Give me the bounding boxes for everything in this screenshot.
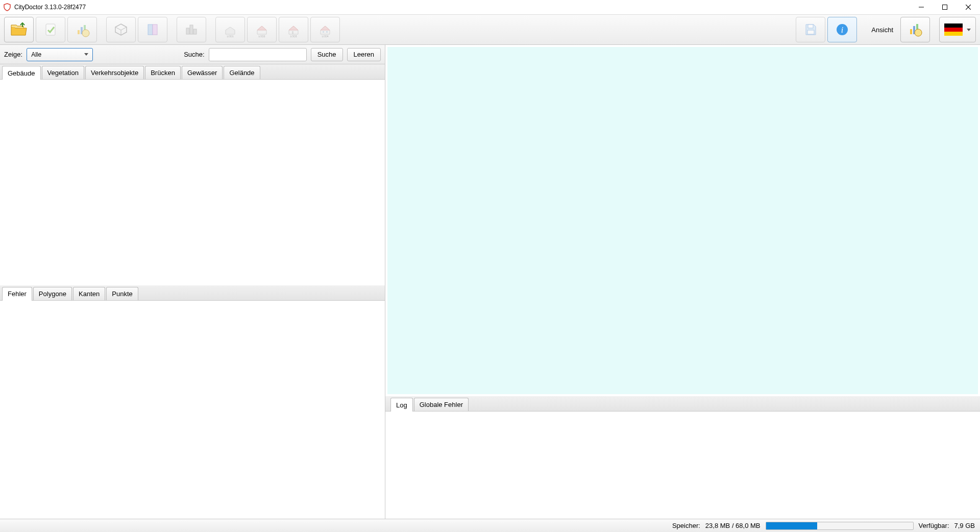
titlebar: CityDoctor 3.13.0-28f2477 bbox=[0, 0, 980, 14]
svg-rect-5 bbox=[78, 30, 80, 34]
chart-report-button[interactable] bbox=[67, 17, 97, 42]
tab-gebaeude[interactable]: Gebäude bbox=[2, 66, 41, 80]
svg-rect-4 bbox=[46, 24, 55, 35]
available-value: 7,9 GB bbox=[954, 522, 975, 529]
tab-log[interactable]: Log bbox=[390, 398, 413, 412]
svg-rect-30 bbox=[808, 25, 813, 28]
detail-tabs: Fehler Polygone Kanten Punkte bbox=[0, 285, 385, 301]
svg-text:LOD1: LOD1 bbox=[227, 35, 233, 38]
memory-label: Speicher: bbox=[672, 522, 700, 529]
tab-fehler[interactable]: Fehler bbox=[2, 287, 32, 301]
memory-value: 23,8 MB / 68,0 MB bbox=[705, 522, 761, 529]
available-label: Verfügbar: bbox=[919, 522, 949, 529]
minimize-button[interactable] bbox=[910, 0, 933, 14]
view-chart-button[interactable] bbox=[900, 17, 930, 42]
search-label: Suche: bbox=[184, 51, 204, 58]
lod1-button[interactable]: LOD1 bbox=[215, 17, 245, 42]
info-button[interactable]: i bbox=[827, 17, 857, 42]
view-label: Ansicht bbox=[866, 26, 898, 34]
log-tabs: Log Globale Fehler bbox=[385, 396, 980, 412]
svg-rect-34 bbox=[910, 29, 912, 34]
lod4-button[interactable]: LOD4 bbox=[310, 17, 340, 42]
3d-viewport[interactable] bbox=[387, 47, 978, 394]
tab-verkehrsobjekte[interactable]: Verkehrsobjekte bbox=[85, 66, 144, 79]
tab-gelaende[interactable]: Gelände bbox=[224, 66, 260, 79]
svg-point-8 bbox=[82, 30, 89, 37]
open-file-button[interactable] bbox=[4, 17, 34, 42]
detail-view[interactable] bbox=[0, 301, 385, 519]
svg-text:LOD3: LOD3 bbox=[290, 35, 297, 38]
tab-gewaesser[interactable]: Gewässer bbox=[182, 66, 223, 79]
city-view-button[interactable] bbox=[177, 17, 206, 42]
tree-tabs: Gebäude Vegetation Verkehrsobjekte Brück… bbox=[0, 64, 385, 80]
tab-polygone[interactable]: Polygone bbox=[33, 287, 72, 300]
main-toolbar: LOD1 LOD2 LOD3 LOD4 i Ansicht bbox=[0, 14, 980, 45]
tab-punkte[interactable]: Punkte bbox=[106, 287, 138, 300]
svg-marker-22 bbox=[289, 26, 298, 30]
save-button[interactable] bbox=[796, 17, 825, 42]
statusbar: Speicher: 23,8 MB / 68,0 MB Verfügbar: 7… bbox=[0, 519, 980, 532]
maximize-button[interactable] bbox=[933, 0, 957, 14]
search-input[interactable] bbox=[209, 48, 307, 61]
svg-rect-12 bbox=[153, 25, 157, 35]
svg-marker-16 bbox=[226, 27, 235, 34]
chevron-down-icon bbox=[967, 29, 971, 31]
tree-view[interactable] bbox=[0, 80, 385, 285]
show-combo[interactable]: Alle bbox=[27, 48, 93, 61]
filter-bar: Zeige: Alle Suche: Suche Leeren bbox=[0, 45, 385, 64]
svg-rect-1 bbox=[943, 5, 947, 10]
show-combo-value: Alle bbox=[31, 51, 41, 58]
svg-rect-14 bbox=[190, 25, 193, 34]
tab-vegetation[interactable]: Vegetation bbox=[42, 66, 84, 79]
svg-text:LOD4: LOD4 bbox=[322, 35, 328, 38]
svg-rect-15 bbox=[193, 29, 197, 34]
svg-marker-26 bbox=[321, 26, 330, 30]
lod3-button[interactable]: LOD3 bbox=[279, 17, 308, 42]
svg-rect-28 bbox=[326, 31, 328, 33]
left-pane: Zeige: Alle Suche: Suche Leeren Gebäude … bbox=[0, 45, 385, 519]
svg-rect-23 bbox=[292, 31, 293, 34]
svg-text:LOD2: LOD2 bbox=[258, 35, 265, 38]
right-pane: Log Globale Fehler bbox=[385, 45, 980, 519]
svg-marker-19 bbox=[257, 26, 266, 30]
tab-kanten[interactable]: Kanten bbox=[73, 287, 105, 300]
window-title: CityDoctor 3.13.0-28f2477 bbox=[14, 4, 86, 11]
close-button[interactable] bbox=[957, 0, 980, 14]
search-button[interactable]: Suche bbox=[311, 48, 343, 61]
chevron-down-icon bbox=[84, 53, 88, 56]
main-area: Zeige: Alle Suche: Suche Leeren Gebäude … bbox=[0, 45, 980, 519]
app-icon bbox=[3, 3, 11, 11]
culling-view-button[interactable] bbox=[138, 17, 167, 42]
tab-bruecken[interactable]: Brücken bbox=[145, 66, 181, 79]
show-label: Zeige: bbox=[4, 51, 22, 58]
memory-progress bbox=[766, 522, 914, 530]
language-button[interactable] bbox=[939, 17, 976, 42]
wireframe-view-button[interactable] bbox=[106, 17, 136, 42]
svg-rect-31 bbox=[807, 30, 814, 34]
svg-rect-27 bbox=[323, 31, 324, 33]
clear-button[interactable]: Leeren bbox=[347, 48, 381, 61]
svg-rect-13 bbox=[186, 28, 189, 34]
log-view[interactable] bbox=[385, 412, 980, 519]
flag-de-icon bbox=[944, 23, 963, 36]
lod2-button[interactable]: LOD2 bbox=[247, 17, 277, 42]
tab-globale-fehler[interactable]: Globale Fehler bbox=[414, 398, 469, 411]
svg-rect-11 bbox=[148, 25, 153, 35]
svg-point-37 bbox=[915, 29, 922, 36]
validate-button[interactable] bbox=[36, 17, 65, 42]
svg-text:i: i bbox=[841, 26, 843, 34]
